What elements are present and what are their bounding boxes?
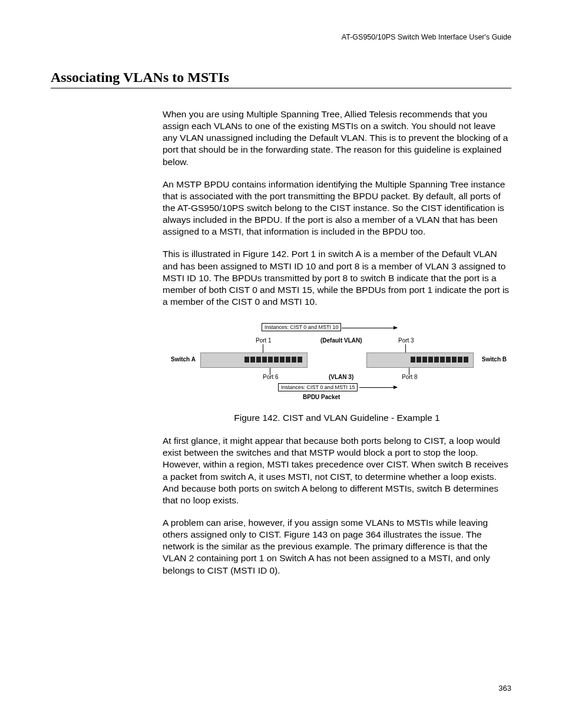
switch-a-label: Switch A (171, 356, 196, 363)
switch-b-icon (366, 353, 474, 368)
paragraph-5: A problem can arise, however, if you ass… (163, 517, 511, 577)
bpdu-label: BPDU Packet (303, 394, 340, 400)
running-header: AT-GS950/10PS Switch Web Interface User'… (51, 33, 511, 41)
instances-top-box: Instances: CIST 0 and MSTI 10 (262, 323, 341, 331)
instances-bot-box: Instances: CIST 0 and MSTI 15 (278, 383, 358, 391)
port1-label: Port 1 (256, 337, 272, 344)
page-number: 363 (498, 684, 511, 693)
figure-142: Switch A Switch B Instances: CIST 0 and … (196, 318, 478, 407)
paragraph-2: An MSTP BPDU contains information identi… (163, 179, 511, 238)
switch-b-label: Switch B (482, 356, 507, 363)
paragraph-4: At first glance, it might appear that be… (163, 435, 511, 506)
vlan3-label: (VLAN 3) (329, 374, 353, 380)
paragraph-3: This is illustrated in Figure 142. Port … (163, 248, 511, 308)
switch-a-icon (200, 353, 308, 368)
port6-label: Port 6 (263, 374, 279, 380)
section-title: Associating VLANs to MSTIs (51, 70, 511, 88)
default-vlan-label: (Default VLAN) (320, 337, 362, 344)
port8-label: Port 8 (402, 374, 418, 380)
figure-caption: Figure 142. CIST and VLAN Guideline - Ex… (163, 413, 511, 423)
port3-label: Port 3 (398, 337, 414, 344)
paragraph-1: When you are using Multiple Spanning Tre… (163, 108, 511, 168)
